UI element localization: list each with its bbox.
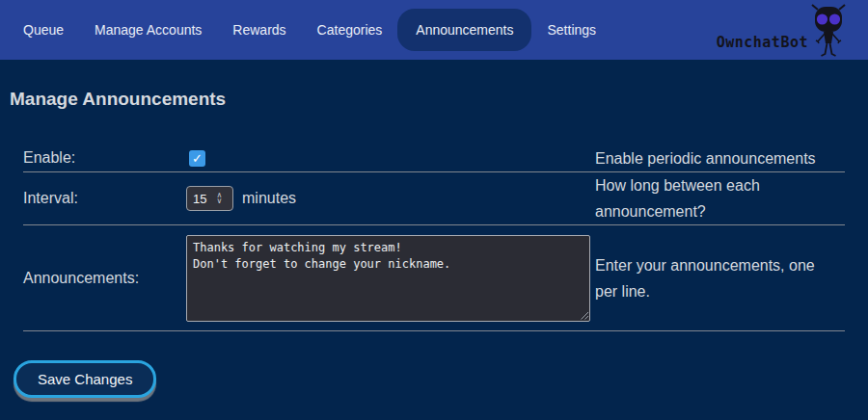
announcements-form: Enable: ✓ Enable periodic announcements … [23,144,845,331]
nav-item-queue[interactable]: Queue [8,9,79,51]
nav-item-manage-accounts[interactable]: Manage Accounts [79,9,217,51]
interval-suffix-label: minutes [242,190,296,207]
interval-label: Interval: [23,190,186,207]
enable-help-text: Enable periodic announcements [595,145,845,171]
announcements-label: Announcements: [23,270,186,287]
form-row-announcements: Announcements: Thanks for watching my st… [23,225,845,331]
interval-spinner[interactable]: ∧ ∨ [212,193,227,204]
logo: OwnchatBot [717,0,851,60]
announcements-textarea-wrap: Thanks for watching my stream! Don't for… [186,235,590,322]
nav-item-categories[interactable]: Categories [302,9,398,51]
nav-item-rewards[interactable]: Rewards [217,9,301,51]
checkmark-icon: ✓ [192,152,203,165]
nav-item-settings[interactable]: Settings [531,9,611,51]
logo-text: OwnchatBot [717,34,808,51]
announcements-help-text: Enter your announcements, one per line. [595,252,845,304]
page-title: Manage Announcements [10,89,868,110]
interval-help-text: How long between each announcement? [595,172,845,224]
enable-checkbox[interactable]: ✓ [189,150,205,167]
save-changes-button[interactable]: Save Changes [14,360,156,398]
interval-input-wrap: ∧ ∨ [186,186,233,211]
robot-mascot-icon [806,4,851,58]
interval-input[interactable] [187,192,212,206]
nav-item-announcements[interactable]: Announcements [397,9,531,51]
top-navbar: Queue Manage Accounts Rewards Categories… [0,0,868,60]
announcements-textarea[interactable]: Thanks for watching my stream! Don't for… [186,235,590,322]
spinner-down-icon[interactable]: ∨ [217,198,223,204]
form-row-interval: Interval: ∧ ∨ minutes How long between e… [23,172,845,225]
enable-label: Enable: [23,149,186,167]
form-row-enable: Enable: ✓ Enable periodic announcements [23,144,845,172]
